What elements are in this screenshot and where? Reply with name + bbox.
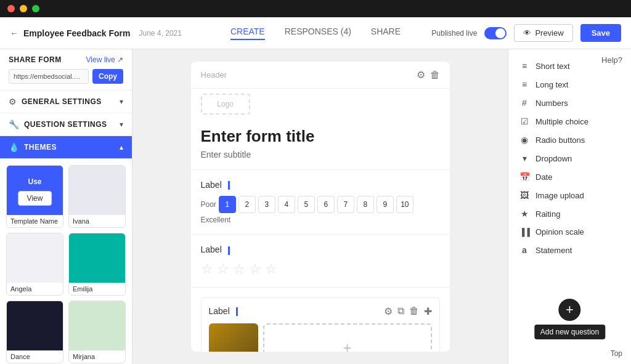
scale-btn-6[interactable]: 6 — [317, 196, 335, 213]
star-2[interactable]: ☆ — [217, 261, 229, 277]
qt-multiple-choice[interactable]: ☑ Multiple choice — [516, 112, 624, 131]
image-add-box[interactable]: + — [263, 323, 432, 352]
image-add-button[interactable]: ✚ — [424, 305, 432, 317]
scale-btn-1[interactable]: 1 — [219, 196, 236, 213]
templates-grid: Use View Template Name Ivana Angela Emil… — [0, 159, 132, 364]
url-input[interactable]: https://embedsocial.com/admin/edit_... — [9, 69, 89, 84]
save-button[interactable]: Save — [580, 24, 621, 42]
toggle-knob — [495, 28, 505, 38]
qt-statement-label: Statement — [535, 246, 572, 255]
copy-button[interactable]: Copy — [92, 69, 123, 84]
rating-scale[interactable]: Poor 1 2 3 4 5 6 7 8 9 10 Excellent — [201, 196, 440, 224]
qt-statement[interactable]: a Statement — [516, 241, 624, 259]
qt-numbers[interactable]: # Numbers — [516, 94, 624, 112]
star-rating[interactable]: ☆ ☆ ☆ ☆ ☆ — [201, 261, 440, 277]
template-card-5[interactable]: Dance — [6, 301, 63, 363]
question-settings-row[interactable]: 🔧 QUESTION SETTINGS ▾ — [0, 113, 132, 136]
themes-left: 💧 THEMES — [9, 142, 57, 152]
themes-icon: 💧 — [9, 142, 19, 152]
themes-label: THEMES — [24, 143, 57, 152]
template-card-2[interactable]: Ivana — [68, 165, 126, 228]
right-sidebar: Help? ≡ Short text ≡ Long text # Numbers… — [508, 49, 631, 364]
share-form-header: SHARE FORM View live ↗ — [9, 55, 123, 64]
add-question-tooltip: Add new question — [534, 325, 605, 339]
template-name-1: Template Name — [7, 215, 63, 227]
scale-btn-8[interactable]: 8 — [357, 196, 374, 213]
qt-date[interactable]: 📅 Date — [516, 168, 624, 186]
numbers-icon: # — [519, 98, 529, 108]
qt-radio-buttons-label: Radio buttons — [535, 135, 585, 145]
template-card-1[interactable]: Use View Template Name — [6, 165, 63, 228]
add-question-button[interactable]: + — [559, 299, 581, 321]
back-button[interactable]: ← — [10, 28, 18, 38]
image-block-header: Label ⚙ ⧉ 🗑 ✚ — [209, 305, 432, 317]
themes-chevron: ▴ — [120, 143, 123, 152]
scale-btn-2[interactable]: 2 — [238, 196, 256, 213]
qt-radio-buttons[interactable]: ◉ Radio buttons — [516, 131, 624, 149]
form-subtitle[interactable]: Enter subtitle — [201, 150, 440, 160]
maximize-dot[interactable] — [32, 5, 39, 12]
tab-create[interactable]: CREATE — [230, 26, 265, 40]
qt-image-upload[interactable]: 🖼 Image upload — [516, 186, 624, 204]
qt-short-text-label: Short text — [535, 62, 570, 71]
eye-icon: 👁 — [523, 28, 531, 38]
short-text-icon: ≡ — [519, 61, 529, 71]
general-settings-row[interactable]: ⚙ GENERAL SETTINGS ▾ — [0, 91, 132, 113]
scale-btn-10[interactable]: 10 — [396, 196, 413, 213]
themes-row[interactable]: 💧 THEMES ▴ — [0, 136, 132, 159]
scale-btn-5[interactable]: 5 — [298, 196, 315, 213]
form-main-title[interactable]: Enter form title — [201, 127, 440, 146]
titlebar — [0, 0, 631, 17]
qt-opinion-scale-label: Opinion scale — [535, 227, 584, 237]
qt-dropdown[interactable]: ▾ Dropdown — [516, 149, 624, 168]
close-dot[interactable] — [7, 5, 15, 12]
poor-label: Poor — [201, 200, 216, 209]
qt-long-text[interactable]: ≡ Long text — [516, 75, 624, 94]
top-anchor-label[interactable]: Top — [611, 349, 622, 358]
template-name-2: Ivana — [69, 215, 125, 227]
template-card-6[interactable]: Mirjana — [68, 301, 126, 363]
template-use-button-1[interactable]: Use — [18, 175, 52, 188]
qt-opinion-scale[interactable]: ▐▐ Opinion scale — [516, 223, 624, 241]
template-card-4[interactable]: Emilija — [68, 233, 126, 296]
share-form-title: SHARE FORM — [9, 55, 62, 64]
question-label-1: Label — [201, 180, 440, 190]
template-preview-6 — [69, 301, 125, 350]
scale-btn-4[interactable]: 4 — [278, 196, 295, 213]
image-copy-button[interactable]: ⧉ — [397, 305, 404, 317]
required-bar-1 — [228, 181, 230, 190]
tab-responses[interactable]: RESPONSES (4) — [285, 26, 351, 40]
minimize-dot[interactable] — [20, 5, 27, 12]
form-header-settings-button[interactable]: ⚙ — [417, 69, 425, 81]
preview-button[interactable]: 👁 Preview — [514, 24, 572, 42]
opinion-scale-icon: ▐▐ — [519, 228, 529, 237]
qt-long-text-label: Long text — [535, 80, 569, 89]
scale-btn-9[interactable]: 9 — [377, 196, 394, 213]
help-label[interactable]: Help? — [601, 55, 622, 65]
template-card-3[interactable]: Angela — [6, 233, 63, 296]
template-preview-2 — [69, 166, 125, 215]
star-4[interactable]: ☆ — [249, 261, 261, 277]
star-3[interactable]: ☆ — [233, 261, 245, 277]
template-name-5: Dance — [7, 350, 63, 363]
template-name-4: Emilija — [69, 283, 125, 295]
view-live-link[interactable]: View live ↗ — [86, 55, 123, 64]
image-settings-button[interactable]: ⚙ — [384, 305, 393, 317]
image-block-actions: ⚙ ⧉ 🗑 ✚ — [384, 305, 432, 317]
scale-btn-3[interactable]: 3 — [258, 196, 275, 213]
question-settings-chevron: ▾ — [120, 120, 123, 129]
form-header-delete-button[interactable]: 🗑 — [430, 69, 440, 81]
form-header-label: Header — [201, 70, 227, 79]
tab-share[interactable]: SHARE — [371, 26, 401, 40]
image-delete-button[interactable]: 🗑 — [409, 305, 419, 317]
template-name-6: Mirjana — [69, 350, 125, 363]
template-name-3: Angela — [7, 283, 63, 295]
qt-rating[interactable]: ★ Raiting — [516, 204, 624, 223]
qt-dropdown-label: Dropdown — [535, 154, 572, 163]
template-view-button-1[interactable]: View — [18, 191, 52, 206]
scale-btn-7[interactable]: 7 — [337, 196, 354, 213]
template-preview-5 — [7, 301, 63, 350]
published-toggle[interactable] — [484, 27, 507, 39]
star-5[interactable]: ☆ — [265, 261, 277, 277]
star-1[interactable]: ☆ — [201, 261, 213, 277]
